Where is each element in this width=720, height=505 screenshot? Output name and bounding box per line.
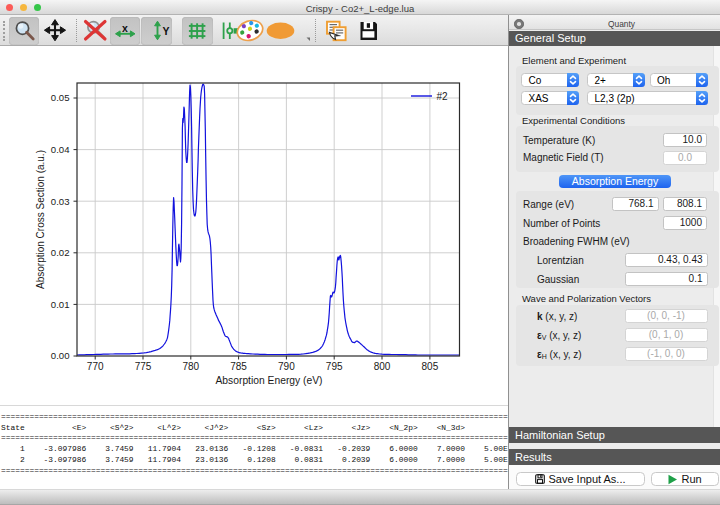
svg-text:x: x [122, 22, 128, 34]
svg-text:Absorption Energy (eV): Absorption Energy (eV) [215, 375, 322, 386]
svg-text:780: 780 [182, 361, 199, 372]
svg-text:0.03: 0.03 [51, 196, 70, 207]
svg-text:0.05: 0.05 [51, 92, 70, 103]
svg-text:#2: #2 [437, 91, 449, 102]
svg-text:0.01: 0.01 [51, 299, 70, 310]
svg-text:Y: Y [162, 25, 169, 37]
svg-text:0.00: 0.00 [51, 350, 70, 361]
svg-text:795: 795 [326, 361, 343, 372]
svg-text:785: 785 [230, 361, 247, 372]
svg-text:0.02: 0.02 [51, 247, 70, 258]
svg-text:0.04: 0.04 [51, 144, 70, 155]
svg-text:805: 805 [422, 361, 439, 372]
svg-text:800: 800 [374, 361, 391, 372]
svg-text:770: 770 [87, 361, 104, 372]
svg-text:Absorption Cross Section (a.u.: Absorption Cross Section (a.u.) [35, 150, 46, 289]
svg-text:790: 790 [278, 361, 295, 372]
svg-text:775: 775 [135, 361, 152, 372]
